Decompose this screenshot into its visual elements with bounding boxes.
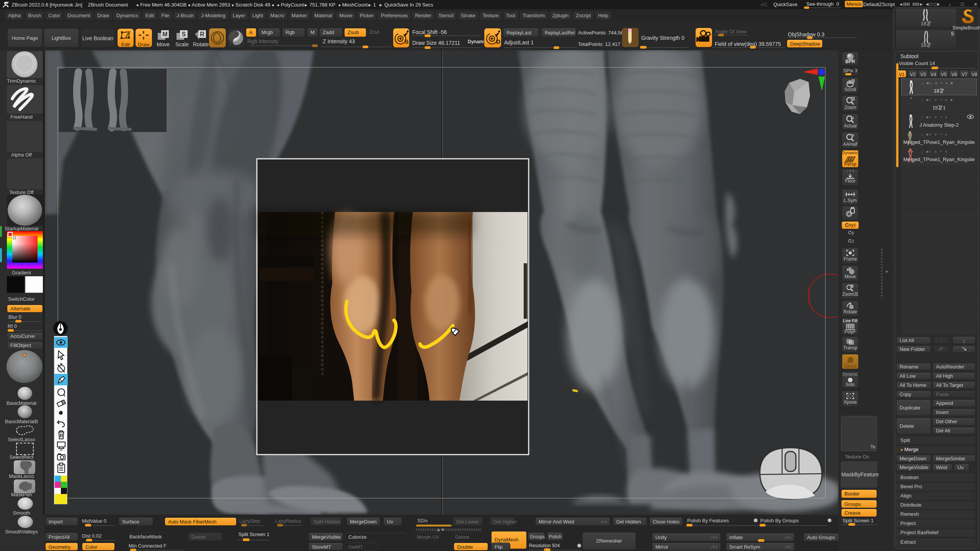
svg-text:M: M [162,31,167,37]
svg-text:x1: x1 [851,116,854,120]
svg-text:S: S [182,31,186,37]
svg-text:D: D [496,38,500,45]
svg-text:R: R [200,31,204,37]
svg-text:S: S [405,38,408,45]
